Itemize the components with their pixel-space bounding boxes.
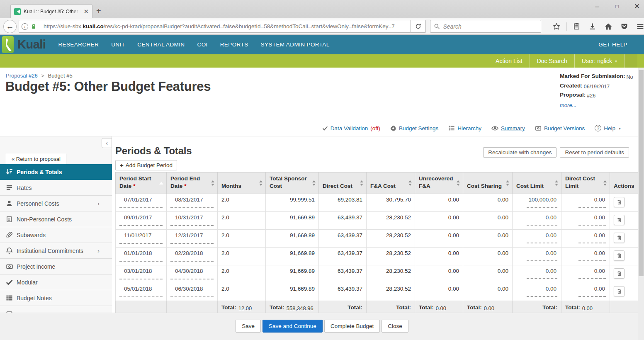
period-start-date-input[interactable]: 01/01/2018 bbox=[119, 250, 163, 262]
menu-hamburger-icon[interactable] bbox=[637, 23, 644, 30]
sidebar-item-non-personnel-costs[interactable]: Non-Personnel Costs bbox=[0, 211, 112, 227]
data-validation-link[interactable]: Data Validation (off) bbox=[322, 125, 380, 131]
sidebar-item-budget-notes[interactable]: Budget Notes bbox=[0, 290, 112, 306]
cost-limit-input[interactable]: 0.00 bbox=[527, 231, 557, 243]
col-header-f-a-cost[interactable]: F&A Cost bbox=[367, 172, 415, 194]
browser-tab[interactable]: Kuali :: Budget #5: Other Bud ✕ bbox=[10, 4, 92, 18]
direct-cost-limit-input[interactable]: 0.00 bbox=[578, 267, 606, 279]
budget-settings-link[interactable]: Budget Settings bbox=[390, 125, 438, 131]
new-tab-button[interactable]: + bbox=[96, 7, 101, 15]
page-scrollbar[interactable] bbox=[638, 68, 644, 340]
col-header-cost-sharing[interactable]: Cost Sharing bbox=[463, 172, 513, 194]
nav-item-researcher[interactable]: RESEARCHER bbox=[58, 41, 99, 48]
nav-item-central-admin[interactable]: CENTRAL ADMIN bbox=[137, 41, 185, 48]
summary-link[interactable]: Summary bbox=[491, 125, 525, 132]
sidebar-collapse-button[interactable]: ‹ bbox=[102, 138, 112, 148]
recalculate-button[interactable]: Recalculate with changes bbox=[483, 147, 557, 158]
add-budget-period-button[interactable]: + Add Budget Period bbox=[115, 160, 177, 170]
reset-defaults-button[interactable]: Reset to period defaults bbox=[560, 147, 629, 158]
budget-versions-link[interactable]: Budget Versions bbox=[535, 125, 585, 131]
direct-cost-limit-input[interactable]: 0.00 bbox=[578, 249, 606, 261]
reload-button[interactable] bbox=[411, 20, 426, 33]
delete-period-button[interactable] bbox=[614, 215, 625, 225]
period-end-date-input[interactable]: 12/31/2017 bbox=[170, 232, 214, 244]
direct-cost-limit-input[interactable]: 0.00 bbox=[578, 214, 606, 226]
cost-limit-input[interactable]: 0.00 bbox=[527, 285, 557, 297]
help-menu[interactable]: ? Help ▾ bbox=[595, 125, 621, 131]
period-end-date-input[interactable]: 08/31/2017 bbox=[170, 197, 214, 208]
sidebar-item-rates[interactable]: Rates bbox=[0, 180, 112, 196]
utility-user-nglick[interactable]: User: nglick▾ bbox=[574, 54, 624, 68]
col-header-months[interactable]: Months bbox=[218, 172, 266, 194]
direct-cost-limit-input[interactable]: 0.00 bbox=[578, 196, 606, 208]
return-to-proposal-button[interactable]: « Return to proposal bbox=[6, 154, 66, 164]
sidebar-item-subawards[interactable]: Subawards bbox=[0, 227, 112, 243]
downloads-icon[interactable] bbox=[589, 23, 596, 30]
delete-period-button[interactable] bbox=[614, 250, 625, 261]
period-start-date-input[interactable]: 05/01/2018 bbox=[119, 286, 163, 297]
nav-item-coi[interactable]: COI bbox=[197, 41, 208, 48]
col-header-period-start-date[interactable]: Period Start Date* bbox=[116, 172, 167, 194]
delete-period-button[interactable] bbox=[614, 268, 625, 279]
utility-doc-search[interactable]: Doc Search bbox=[530, 54, 574, 68]
period-start-date-input[interactable]: 03/01/2018 bbox=[119, 268, 163, 279]
period-end-date-input[interactable]: 02/28/2018 bbox=[170, 250, 214, 262]
save-and-continue-button[interactable]: Save and Continue bbox=[262, 320, 323, 333]
bookmarks-clipboard-icon[interactable] bbox=[573, 23, 580, 30]
scrollbar-thumb[interactable] bbox=[639, 70, 644, 276]
save-button[interactable]: Save bbox=[236, 320, 261, 333]
direct-cost-limit-input[interactable]: 0.00 bbox=[578, 285, 606, 297]
meta-label: Created: bbox=[560, 83, 583, 89]
direct-cost-limit-input[interactable]: 0.00 bbox=[578, 231, 606, 243]
lock-icon[interactable] bbox=[31, 24, 36, 29]
breadcrumb-proposal-link[interactable]: Proposal #26 bbox=[6, 73, 38, 79]
tab-close-icon[interactable]: ✕ bbox=[83, 8, 89, 15]
period-start-date-input[interactable]: 09/01/2017 bbox=[119, 214, 163, 226]
sidebar-item-clipped[interactable] bbox=[0, 306, 112, 313]
cost-limit-input[interactable]: 0.00 bbox=[527, 214, 557, 226]
delete-period-button[interactable] bbox=[614, 286, 625, 296]
col-header-direct-cost[interactable]: Direct Cost bbox=[319, 172, 367, 194]
cost-limit-input[interactable]: 100,000.00 bbox=[527, 196, 557, 208]
pocket-icon[interactable] bbox=[621, 23, 628, 30]
page-info-icon[interactable]: i bbox=[22, 23, 28, 30]
sidebar-item-project-income[interactable]: Project Income bbox=[0, 259, 112, 274]
complete-budget-button[interactable]: Complete Budget bbox=[324, 320, 380, 333]
period-start-date-input[interactable]: 11/01/2017 bbox=[119, 232, 163, 244]
url-bar[interactable]: i https://siue-sbx.kuali.co/res/kc-pd-kr… bbox=[19, 20, 411, 33]
period-start-date-input[interactable]: 07/01/2017 bbox=[119, 197, 163, 208]
sidebar-item-label: Personnel Costs bbox=[17, 200, 59, 207]
search-input[interactable]: Search bbox=[430, 20, 541, 33]
sidebar-item-personnel-costs[interactable]: Personnel Costs› bbox=[0, 196, 112, 211]
cost-limit-input[interactable]: 0.00 bbox=[527, 249, 557, 261]
col-header-direct-cost-limit[interactable]: Direct Cost Limit bbox=[561, 172, 610, 194]
nav-item-system-admin-portal[interactable]: SYSTEM ADMIN PORTAL bbox=[261, 41, 330, 48]
bookmark-star-icon[interactable] bbox=[553, 23, 560, 30]
col-header-cost-limit[interactable]: Cost Limit bbox=[513, 172, 561, 194]
close-button[interactable]: Close bbox=[382, 320, 408, 333]
col-header-total-sponsor-cost[interactable]: Total Sponsor Cost bbox=[266, 172, 319, 194]
nav-item-unit[interactable]: UNIT bbox=[111, 41, 125, 48]
more-link[interactable]: more... bbox=[560, 101, 576, 110]
delete-period-button[interactable] bbox=[614, 197, 625, 207]
sidebar-item-periods-totals[interactable]: Periods & Totals bbox=[0, 164, 112, 180]
col-header-period-end-date[interactable]: Period End Date* bbox=[167, 172, 218, 194]
kuali-brand[interactable]: Kuali bbox=[0, 36, 46, 53]
period-end-date-input[interactable]: 10/31/2017 bbox=[170, 214, 214, 226]
sidebar-item-modular[interactable]: Modular bbox=[0, 274, 112, 290]
sidebar-item-institutional-commitments[interactable]: Institutional Commitments› bbox=[0, 243, 112, 259]
delete-period-button[interactable] bbox=[614, 233, 625, 243]
hierarchy-link[interactable]: Hierarchy bbox=[448, 125, 481, 131]
col-header-unrecovered-f-a[interactable]: Unrecovered F&A bbox=[415, 172, 463, 194]
window-minimize-button[interactable]: – bbox=[593, 3, 602, 10]
back-button[interactable]: ← bbox=[3, 20, 17, 33]
cost-limit-input[interactable]: 0.00 bbox=[527, 267, 557, 279]
get-help-link[interactable]: GET HELP bbox=[598, 41, 627, 48]
period-end-date-input[interactable]: 06/30/2018 bbox=[170, 286, 214, 297]
window-close-button[interactable]: ✕ bbox=[632, 3, 642, 10]
utility-action-list[interactable]: Action List bbox=[488, 54, 530, 68]
period-end-date-input[interactable]: 04/30/2018 bbox=[170, 268, 214, 279]
window-maximize-button[interactable]: □ bbox=[612, 4, 622, 9]
home-icon[interactable] bbox=[605, 23, 612, 30]
nav-item-reports[interactable]: REPORTS bbox=[220, 41, 248, 48]
